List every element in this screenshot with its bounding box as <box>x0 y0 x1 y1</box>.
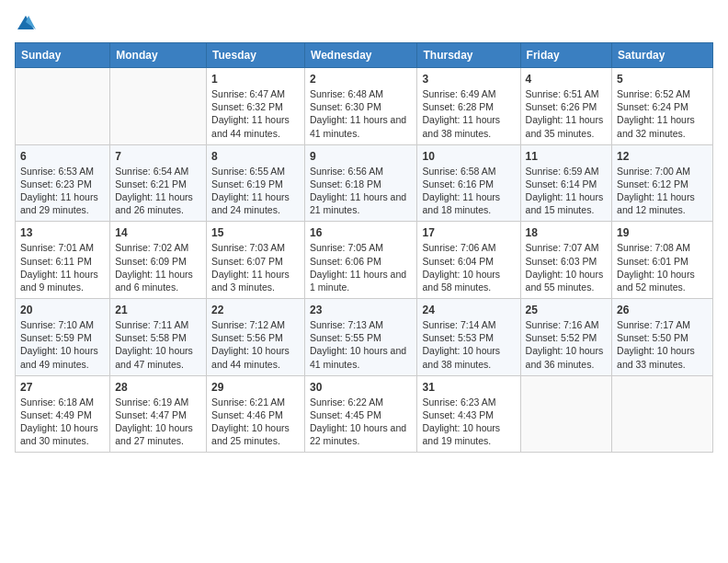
calendar-cell: 14Sunrise: 7:02 AM Sunset: 6:09 PM Dayli… <box>110 222 207 299</box>
day-info: Sunrise: 7:06 AM Sunset: 6:04 PM Dayligh… <box>422 241 515 293</box>
day-info: Sunrise: 6:48 AM Sunset: 6:30 PM Dayligh… <box>310 87 412 140</box>
calendar-cell: 8Sunrise: 6:55 AM Sunset: 6:19 PM Daylig… <box>207 144 305 222</box>
calendar-cell: 1Sunrise: 6:47 AM Sunset: 6:32 PM Daylig… <box>207 68 305 145</box>
day-info: Sunrise: 6:51 AM Sunset: 6:26 PM Dayligh… <box>526 87 607 140</box>
day-number: 16 <box>310 226 412 239</box>
calendar-cell: 12Sunrise: 7:00 AM Sunset: 6:12 PM Dayli… <box>612 144 713 222</box>
calendar-cell: 24Sunrise: 7:14 AM Sunset: 5:53 PM Dayli… <box>417 299 520 376</box>
header-cell-thursday: Thursday <box>417 43 520 68</box>
day-number: 14 <box>115 226 201 239</box>
day-number: 27 <box>20 381 105 394</box>
calendar-cell: 6Sunrise: 6:53 AM Sunset: 6:23 PM Daylig… <box>16 144 110 222</box>
header-cell-monday: Monday <box>110 43 207 68</box>
calendar-cell: 5Sunrise: 6:52 AM Sunset: 6:24 PM Daylig… <box>612 68 713 145</box>
calendar-cell: 30Sunrise: 6:22 AM Sunset: 4:45 PM Dayli… <box>305 375 417 453</box>
calendar-cell: 13Sunrise: 7:01 AM Sunset: 6:11 PM Dayli… <box>16 222 110 299</box>
calendar-cell: 20Sunrise: 7:10 AM Sunset: 5:59 PM Dayli… <box>16 299 110 376</box>
calendar-cell: 9Sunrise: 6:56 AM Sunset: 6:18 PM Daylig… <box>305 144 417 222</box>
calendar-cell: 3Sunrise: 6:49 AM Sunset: 6:28 PM Daylig… <box>417 68 520 145</box>
calendar-cell: 22Sunrise: 7:12 AM Sunset: 5:56 PM Dayli… <box>207 299 305 376</box>
calendar-cell: 23Sunrise: 7:13 AM Sunset: 5:55 PM Dayli… <box>305 299 417 376</box>
day-info: Sunrise: 6:53 AM Sunset: 6:23 PM Dayligh… <box>20 165 105 217</box>
calendar-cell: 31Sunrise: 6:23 AM Sunset: 4:43 PM Dayli… <box>417 375 520 453</box>
day-info: Sunrise: 6:19 AM Sunset: 4:47 PM Dayligh… <box>115 396 201 448</box>
day-info: Sunrise: 7:07 AM Sunset: 6:03 PM Dayligh… <box>526 241 607 293</box>
day-info: Sunrise: 6:18 AM Sunset: 4:49 PM Dayligh… <box>20 396 105 448</box>
calendar-table: SundayMondayTuesdayWednesdayThursdayFrid… <box>15 42 713 453</box>
calendar-cell <box>16 68 110 145</box>
calendar-cell: 26Sunrise: 7:17 AM Sunset: 5:50 PM Dayli… <box>612 299 713 376</box>
day-info: Sunrise: 6:49 AM Sunset: 6:28 PM Dayligh… <box>422 87 515 140</box>
day-number: 8 <box>211 150 300 163</box>
day-number: 2 <box>310 73 412 86</box>
logo <box>15 15 36 33</box>
logo-icon <box>16 13 36 33</box>
day-number: 7 <box>115 150 201 163</box>
day-info: Sunrise: 7:01 AM Sunset: 6:11 PM Dayligh… <box>20 241 105 293</box>
day-info: Sunrise: 7:12 AM Sunset: 5:56 PM Dayligh… <box>211 318 300 371</box>
page-header <box>15 15 713 33</box>
day-info: Sunrise: 7:05 AM Sunset: 6:06 PM Dayligh… <box>310 241 412 293</box>
calendar-cell: 17Sunrise: 7:06 AM Sunset: 6:04 PM Dayli… <box>417 222 520 299</box>
day-number: 3 <box>422 73 515 86</box>
calendar-cell: 7Sunrise: 6:54 AM Sunset: 6:21 PM Daylig… <box>110 144 207 222</box>
day-number: 21 <box>115 304 201 316</box>
calendar-cell <box>612 375 713 453</box>
day-info: Sunrise: 7:00 AM Sunset: 6:12 PM Dayligh… <box>617 165 708 217</box>
header-cell-friday: Friday <box>520 43 611 68</box>
calendar-cell: 16Sunrise: 7:05 AM Sunset: 6:06 PM Dayli… <box>305 222 417 299</box>
calendar-cell: 11Sunrise: 6:59 AM Sunset: 6:14 PM Dayli… <box>520 144 611 222</box>
calendar-week-3: 13Sunrise: 7:01 AM Sunset: 6:11 PM Dayli… <box>16 222 713 299</box>
day-number: 15 <box>211 226 300 239</box>
calendar-week-4: 20Sunrise: 7:10 AM Sunset: 5:59 PM Dayli… <box>16 299 713 376</box>
day-number: 18 <box>526 226 607 239</box>
day-number: 31 <box>422 381 515 394</box>
day-number: 25 <box>526 304 607 316</box>
day-info: Sunrise: 7:16 AM Sunset: 5:52 PM Dayligh… <box>526 318 607 371</box>
day-info: Sunrise: 7:17 AM Sunset: 5:50 PM Dayligh… <box>617 318 708 371</box>
day-number: 24 <box>422 304 515 316</box>
day-number: 22 <box>211 304 300 316</box>
day-info: Sunrise: 6:21 AM Sunset: 4:46 PM Dayligh… <box>211 396 300 448</box>
calendar-cell: 19Sunrise: 7:08 AM Sunset: 6:01 PM Dayli… <box>612 222 713 299</box>
calendar-cell: 2Sunrise: 6:48 AM Sunset: 6:30 PM Daylig… <box>305 68 417 145</box>
day-info: Sunrise: 6:23 AM Sunset: 4:43 PM Dayligh… <box>422 396 515 448</box>
day-number: 9 <box>310 150 412 163</box>
day-number: 5 <box>617 73 708 86</box>
day-info: Sunrise: 6:56 AM Sunset: 6:18 PM Dayligh… <box>310 165 412 217</box>
day-info: Sunrise: 7:03 AM Sunset: 6:07 PM Dayligh… <box>211 241 300 293</box>
day-info: Sunrise: 7:14 AM Sunset: 5:53 PM Dayligh… <box>422 318 515 371</box>
header-cell-wednesday: Wednesday <box>305 43 417 68</box>
day-info: Sunrise: 6:54 AM Sunset: 6:21 PM Dayligh… <box>115 165 201 217</box>
day-info: Sunrise: 6:52 AM Sunset: 6:24 PM Dayligh… <box>617 87 708 140</box>
calendar-cell: 29Sunrise: 6:21 AM Sunset: 4:46 PM Dayli… <box>207 375 305 453</box>
calendar-cell: 15Sunrise: 7:03 AM Sunset: 6:07 PM Dayli… <box>207 222 305 299</box>
day-info: Sunrise: 6:59 AM Sunset: 6:14 PM Dayligh… <box>526 165 607 217</box>
day-info: Sunrise: 6:55 AM Sunset: 6:19 PM Dayligh… <box>211 165 300 217</box>
day-number: 20 <box>20 304 105 316</box>
day-number: 28 <box>115 381 201 394</box>
day-info: Sunrise: 6:58 AM Sunset: 6:16 PM Dayligh… <box>422 165 515 217</box>
day-number: 17 <box>422 226 515 239</box>
calendar-cell: 4Sunrise: 6:51 AM Sunset: 6:26 PM Daylig… <box>520 68 611 145</box>
header-cell-saturday: Saturday <box>612 43 713 68</box>
calendar-header: SundayMondayTuesdayWednesdayThursdayFrid… <box>16 43 713 68</box>
day-info: Sunrise: 7:10 AM Sunset: 5:59 PM Dayligh… <box>20 318 105 371</box>
header-row: SundayMondayTuesdayWednesdayThursdayFrid… <box>16 43 713 68</box>
calendar-cell: 10Sunrise: 6:58 AM Sunset: 6:16 PM Dayli… <box>417 144 520 222</box>
day-number: 13 <box>20 226 105 239</box>
calendar-cell: 21Sunrise: 7:11 AM Sunset: 5:58 PM Dayli… <box>110 299 207 376</box>
calendar-body: 1Sunrise: 6:47 AM Sunset: 6:32 PM Daylig… <box>16 68 713 453</box>
calendar-cell: 28Sunrise: 6:19 AM Sunset: 4:47 PM Dayli… <box>110 375 207 453</box>
calendar-week-5: 27Sunrise: 6:18 AM Sunset: 4:49 PM Dayli… <box>16 375 713 453</box>
header-cell-sunday: Sunday <box>16 43 110 68</box>
header-cell-tuesday: Tuesday <box>207 43 305 68</box>
day-info: Sunrise: 7:13 AM Sunset: 5:55 PM Dayligh… <box>310 318 412 371</box>
calendar-week-1: 1Sunrise: 6:47 AM Sunset: 6:32 PM Daylig… <box>16 68 713 145</box>
day-info: Sunrise: 6:47 AM Sunset: 6:32 PM Dayligh… <box>211 87 300 140</box>
day-number: 30 <box>310 381 412 394</box>
day-number: 10 <box>422 150 515 163</box>
calendar-cell <box>110 68 207 145</box>
day-number: 12 <box>617 150 708 163</box>
day-number: 6 <box>20 150 105 163</box>
